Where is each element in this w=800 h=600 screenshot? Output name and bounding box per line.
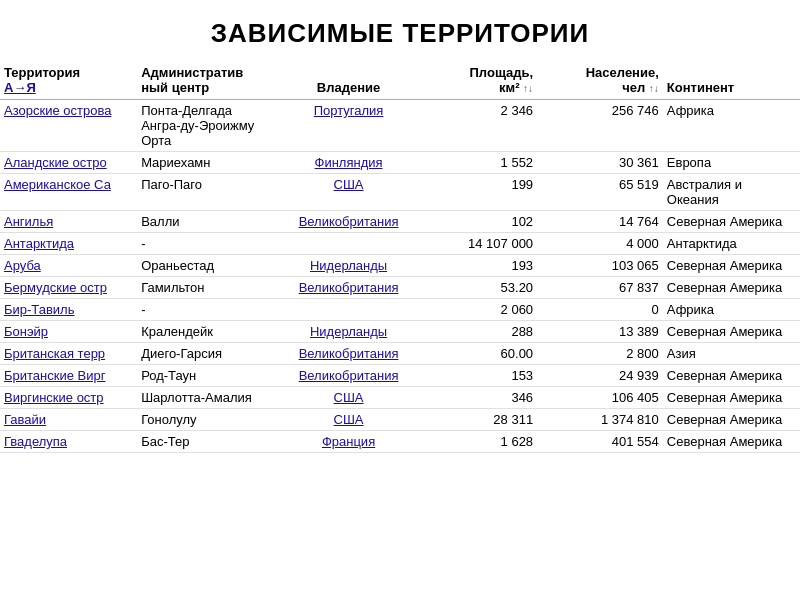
cell-admin-center: Диего-Гарсия [137, 343, 286, 365]
ownership-link[interactable]: Нидерланды [310, 258, 387, 273]
territory-link[interactable]: Бермудские остр [4, 280, 133, 295]
cell-area: 2 346 [411, 100, 537, 152]
col-header-admin: Административный центр [137, 61, 286, 100]
cell-admin-center: Гонолулу [137, 409, 286, 431]
cell-admin-center: Валли [137, 211, 286, 233]
territory-link[interactable]: Аруба [4, 258, 133, 273]
ownership-link[interactable]: Португалия [314, 103, 384, 118]
ownership-link[interactable]: Франция [322, 434, 375, 449]
col-header-continent: Континент [663, 61, 800, 100]
cell-population: 1 374 810 [537, 409, 663, 431]
table-row: Антарктида-14 107 0004 000Антарктида [0, 233, 800, 255]
cell-continent: Африка [663, 100, 800, 152]
cell-area: 199 [411, 174, 537, 211]
ownership-link[interactable]: Великобритания [299, 214, 399, 229]
sort-area-arrows[interactable]: ↑↓ [523, 83, 533, 94]
cell-admin-center: Ораньестад [137, 255, 286, 277]
cell-continent: Северная Америка [663, 211, 800, 233]
table-body: Азорские островаПонта-ДелгадаАнгра-ду-Эр… [0, 100, 800, 453]
cell-area: 28 311 [411, 409, 537, 431]
ownership-link[interactable]: США [334, 177, 364, 192]
cell-ownership: Великобритания [286, 343, 412, 365]
cell-admin-center: Понта-ДелгадаАнгра-ду-ЭроижмуОрта [137, 100, 286, 152]
cell-territory: Бермудские остр [0, 277, 137, 299]
cell-area: 1 552 [411, 152, 537, 174]
table-row: Британские ВиргРод-ТаунВеликобритания153… [0, 365, 800, 387]
col-header-territory: Территория А→Я [0, 61, 137, 100]
table-row: ГваделупаБас-ТерФранция1 628401 554Север… [0, 431, 800, 453]
cell-area: 53.20 [411, 277, 537, 299]
ownership-link[interactable]: США [334, 412, 364, 427]
cell-population: 24 939 [537, 365, 663, 387]
cell-admin-center: Кралендейк [137, 321, 286, 343]
territory-link[interactable]: Ангилья [4, 214, 133, 229]
cell-admin-center: Гамильтон [137, 277, 286, 299]
territory-link[interactable]: Британские Вирг [4, 368, 133, 383]
territory-link[interactable]: Аландские остро [4, 155, 133, 170]
cell-territory: Британская терр [0, 343, 137, 365]
territory-link[interactable]: Азорские острова [4, 103, 133, 118]
cell-population: 30 361 [537, 152, 663, 174]
ownership-link[interactable]: Великобритания [299, 346, 399, 361]
table-row: Бир-Тавиль-2 0600Африка [0, 299, 800, 321]
cell-ownership [286, 233, 412, 255]
cell-territory: Гваделупа [0, 431, 137, 453]
cell-ownership: Великобритания [286, 211, 412, 233]
cell-continent: Азия [663, 343, 800, 365]
cell-continent: Европа [663, 152, 800, 174]
table-row: Виргинские острШарлотта-АмалияСША346106 … [0, 387, 800, 409]
territory-link[interactable]: Гавайи [4, 412, 133, 427]
table-row: АрубаОраньестадНидерланды193103 065Север… [0, 255, 800, 277]
territory-link[interactable]: Гваделупа [4, 434, 133, 449]
table-row: АнгильяВаллиВеликобритания10214 764Север… [0, 211, 800, 233]
table-row: Аландские остроМариехамнФинляндия1 55230… [0, 152, 800, 174]
cell-ownership: Нидерланды [286, 255, 412, 277]
cell-area: 2 060 [411, 299, 537, 321]
cell-population: 103 065 [537, 255, 663, 277]
cell-ownership: США [286, 409, 412, 431]
cell-ownership: Великобритания [286, 365, 412, 387]
table-row: Бермудские острГамильтонВеликобритания53… [0, 277, 800, 299]
cell-territory: Британские Вирг [0, 365, 137, 387]
cell-ownership: Португалия [286, 100, 412, 152]
cell-continent: Северная Америка [663, 387, 800, 409]
table-row: Британская террДиего-ГарсияВеликобритани… [0, 343, 800, 365]
cell-territory: Бонэйр [0, 321, 137, 343]
sort-pop-arrows[interactable]: ↑↓ [649, 83, 659, 94]
cell-area: 153 [411, 365, 537, 387]
cell-area: 346 [411, 387, 537, 409]
col-header-population: Население,чел ↑↓ [537, 61, 663, 100]
ownership-link[interactable]: Великобритания [299, 368, 399, 383]
col-header-ownership: Владение [286, 61, 412, 100]
territory-link[interactable]: Виргинские остр [4, 390, 133, 405]
cell-ownership: Финляндия [286, 152, 412, 174]
ownership-link[interactable]: США [334, 390, 364, 405]
table-row: Американское СаПаго-ПагоСША19965 519Авст… [0, 174, 800, 211]
cell-continent: Северная Америка [663, 409, 800, 431]
cell-territory: Гавайи [0, 409, 137, 431]
territory-link[interactable]: Американское Са [4, 177, 133, 192]
ownership-link[interactable]: Нидерланды [310, 324, 387, 339]
cell-ownership: США [286, 387, 412, 409]
cell-admin-center: Бас-Тер [137, 431, 286, 453]
territory-link[interactable]: Бир-Тавиль [4, 302, 133, 317]
cell-ownership: Нидерланды [286, 321, 412, 343]
cell-continent: Африка [663, 299, 800, 321]
cell-continent: Северная Америка [663, 255, 800, 277]
cell-continent: Северная Америка [663, 431, 800, 453]
page-title: ЗАВИСИМЫЕ ТЕРРИТОРИИ [0, 0, 800, 61]
col-header-area: Площадь,км² ↑↓ [411, 61, 537, 100]
cell-population: 67 837 [537, 277, 663, 299]
table-row: ГавайиГонолулуСША28 3111 374 810Северная… [0, 409, 800, 431]
territory-link[interactable]: Антарктида [4, 236, 133, 251]
territory-link[interactable]: Британская терр [4, 346, 133, 361]
cell-area: 193 [411, 255, 537, 277]
cell-continent: Антарктида [663, 233, 800, 255]
ownership-link[interactable]: Великобритания [299, 280, 399, 295]
cell-admin-center: Шарлотта-Амалия [137, 387, 286, 409]
cell-area: 288 [411, 321, 537, 343]
ownership-link[interactable]: Финляндия [315, 155, 383, 170]
territory-link[interactable]: Бонэйр [4, 324, 133, 339]
cell-population: 401 554 [537, 431, 663, 453]
sort-territory-link[interactable]: А→Я [4, 80, 36, 95]
